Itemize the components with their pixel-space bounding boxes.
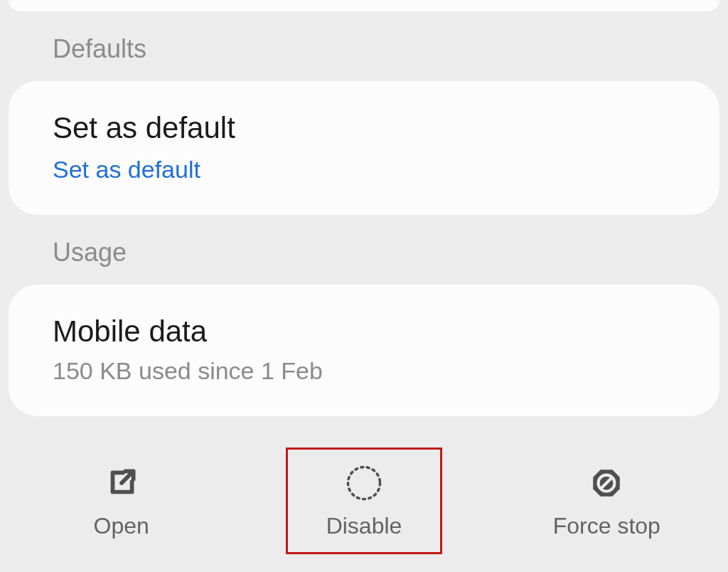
- card-mobile-data[interactable]: Mobile data 150 KB used since 1 Feb: [9, 285, 719, 417]
- app-info-screen: Defaults Set as default Set as default U…: [0, 0, 728, 572]
- disable-label: Disable: [326, 513, 402, 539]
- open-label: Open: [94, 513, 149, 539]
- set-as-default-link[interactable]: Set as default: [53, 156, 675, 184]
- section-header-usage: Usage: [53, 238, 728, 268]
- section-header-defaults: Defaults: [53, 34, 728, 64]
- open-button[interactable]: Open: [43, 447, 200, 554]
- set-as-default-title: Set as default: [53, 110, 675, 147]
- bottom-action-bar: Open Disable Force stop: [0, 430, 728, 572]
- disable-icon: [345, 463, 383, 503]
- force-stop-button[interactable]: Force stop: [528, 447, 685, 554]
- svg-point-0: [348, 467, 380, 499]
- open-icon: [104, 463, 139, 503]
- mobile-data-subtitle: 150 KB used since 1 Feb: [53, 357, 675, 385]
- disable-button[interactable]: Disable: [286, 447, 442, 554]
- previous-card-stub: [9, 0, 719, 11]
- mobile-data-title: Mobile data: [53, 313, 675, 351]
- card-set-as-default[interactable]: Set as default Set as default: [9, 81, 719, 215]
- force-stop-label: Force stop: [553, 513, 660, 539]
- force-stop-icon: [589, 463, 624, 503]
